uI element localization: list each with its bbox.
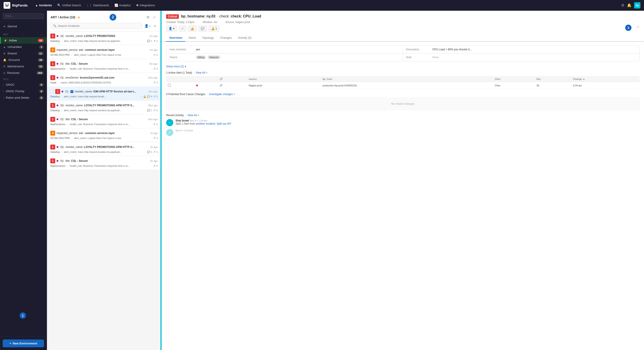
bell-icon[interactable]: 🔔	[627, 3, 632, 8]
sidebar-item-gnoc-priority[interactable]: › GNOC Priority 0	[0, 88, 47, 94]
table-row[interactable]: 🔗 Nagios-prod production-bp-prod-4245552…	[166, 82, 640, 89]
col-source: source	[247, 76, 321, 82]
nav-incidents[interactable]: ▲ Incidents	[33, 2, 54, 8]
share-icon[interactable]: ↗	[153, 150, 156, 154]
detail-toolbar: 👤 ▾ ✓ 🔔 💬 🔔 1	[166, 26, 640, 32]
shared-icon: ★	[3, 52, 6, 55]
star-icon: ★	[3, 25, 6, 28]
detail-title-row: Critical bp_hostname: ny.03 · check: che…	[166, 14, 640, 19]
list-item[interactable]: 1 T3 monitor_name: LOYALTY PROMOTIONS AP…	[47, 142, 160, 156]
sidebar-item-active[interactable]: ⚡ Active 10	[0, 37, 47, 44]
share-icon[interactable]: ↗	[153, 53, 156, 56]
bell-small-icon: 🔔	[143, 95, 146, 98]
prc-title: 0 Potential Root Cause Changes · Investi…	[166, 93, 640, 96]
comment-button[interactable]: 💬	[198, 26, 207, 32]
nav-dashboards[interactable]: ⋮⋮ Dashboards	[84, 2, 111, 8]
tab-changes[interactable]: Changes	[217, 34, 235, 42]
sidebar-item-gnoc[interactable]: › GNOC 0	[0, 82, 47, 88]
view-all-alerts-link[interactable]: View All >	[196, 71, 208, 74]
no-changes-message: No related changes	[166, 98, 640, 110]
search-incidents-input[interactable]	[58, 24, 140, 28]
share-icon[interactable]: ↗	[153, 39, 156, 43]
add-user-button[interactable]: 👤+	[144, 23, 152, 29]
assignee-button[interactable]: 👤 ▾	[166, 26, 177, 32]
source-tag: Hawk	[50, 81, 56, 84]
list-item[interactable]: 2 impacted_service: csl - common service…	[47, 45, 160, 59]
row-select-checkbox[interactable]	[168, 84, 171, 87]
activity-link[interactable]: another incident: Split via API	[196, 122, 231, 125]
snooze-button[interactable]: 🔔	[188, 26, 196, 32]
list-item[interactable]: 1 T3 monitor_name: LOYALTY PROMOTIONS AP…	[47, 101, 160, 114]
share-icon[interactable]: ↗	[153, 109, 156, 112]
list-item[interactable]: 3 impacted_service: csl - common service…	[47, 128, 160, 142]
check-icon: ✓	[140, 95, 142, 98]
list-item[interactable]: 1 T1 rl monitor_name: IOM APM HTTP Servi…	[47, 87, 160, 100]
incidents-icon: ▲	[35, 4, 38, 7]
art-menu-dots[interactable]: ···	[41, 33, 44, 36]
starred-section: ★ Starred	[0, 22, 47, 31]
tab-overview[interactable]: Overview	[166, 34, 185, 42]
investigate-link[interactable]: Investigate changes >	[209, 93, 235, 96]
sidebar-item-unhandled[interactable]: ▲ Unhandled 1	[0, 44, 47, 50]
filter-input[interactable]	[3, 13, 44, 19]
sidebar-item-resolved[interactable]: ◎ Resolved 269	[0, 70, 47, 76]
list-options-button[interactable]: ≡	[153, 23, 157, 29]
sidebar-item-maintenance[interactable]: ⚙ Maintenance 12	[0, 63, 47, 70]
incident-time: 34m ago	[148, 118, 158, 121]
tab-topology[interactable]: Topology	[199, 34, 217, 42]
tab-alerts[interactable]: Alerts	[185, 34, 199, 42]
share-icon[interactable]: ↗	[153, 123, 156, 126]
art-group-header[interactable]: ART ···	[0, 31, 47, 37]
dot-indicator	[56, 146, 58, 148]
expand-incidents-button[interactable]: ⤢	[152, 14, 157, 20]
sidebar-item-snoozed[interactable]: 🔔 Snoozed 28	[0, 57, 47, 63]
incidents-title-row: ART / Active (10) ★ 2 ⚙ ⤢	[50, 14, 157, 21]
row-checkbox[interactable]	[50, 90, 54, 93]
sidebar-item-retire[interactable]: › Retire amd Delete 0	[0, 94, 47, 101]
incident-title: title: CSL - Secure	[66, 159, 149, 162]
chevron-down-icon: ▾	[185, 65, 186, 68]
tab-activity[interactable]: Activity (5)	[235, 34, 255, 42]
list-item[interactable]: 1 T1 title: CSL - Secure 34m ago AppDyna…	[47, 115, 160, 128]
expand-detail-icon[interactable]: ⤢	[636, 25, 640, 29]
dot-indicator	[62, 91, 63, 92]
severity-badge: 1	[50, 145, 55, 150]
new-environment-button[interactable]: + New Environment	[3, 339, 44, 347]
count-badge: 1	[156, 137, 158, 139]
nav-unified-search[interactable]: 🔍 Unified Search	[55, 2, 83, 8]
share-icon[interactable]: ↗	[153, 164, 156, 167]
list-item[interactable]: 1 T1 title: CSL - Secure 8m ago AppDynam…	[47, 59, 160, 73]
list-item[interactable]: 1 T1 title: CSL - Secure 2h ago AppDynam…	[47, 156, 160, 170]
settings-incidents-button[interactable]: ⚙	[146, 14, 150, 20]
user-avatar[interactable]: bp	[634, 2, 640, 9]
sidebar-item-shared[interactable]: ★ Shared 11	[0, 50, 47, 57]
share-icon[interactable]: ↗	[153, 81, 156, 84]
gnoc-badge: 0	[39, 83, 44, 86]
favorite-star-icon[interactable]: ★	[77, 15, 80, 20]
nav-integrations[interactable]: ✱ Integrations	[134, 2, 157, 8]
starred-label: Starred	[8, 25, 44, 28]
view-all-activity-link[interactable]: View All >	[188, 114, 199, 117]
incident-title: emsServer: bcsmc2rpsreem01.ual.com	[66, 76, 147, 79]
cell-check: Chec	[493, 82, 535, 89]
share-icon[interactable]: ↗	[153, 137, 156, 140]
severity-badge: 1	[50, 75, 55, 80]
sidebar-item-starred[interactable]: ★ Starred	[0, 23, 47, 30]
notify-button[interactable]: 🔔 1	[209, 26, 220, 32]
nav-analytics[interactable]: 📈 Analytics	[112, 2, 133, 8]
share-icon[interactable]: ↗	[153, 67, 156, 70]
share-icon[interactable]: ↗	[153, 95, 156, 98]
count-badge: 1	[156, 123, 158, 126]
maintenance-badge: 12	[38, 65, 44, 68]
settings-icon[interactable]: ⚙	[621, 3, 624, 8]
dot-indicator	[56, 118, 58, 120]
t-badge: T3	[60, 146, 64, 148]
list-item[interactable]: 1 T1 emsServer: bcsmc2rpsreem01.ual.com …	[47, 73, 160, 86]
col-checkbox	[166, 76, 194, 82]
list-item[interactable]: 1 T3 monitor_name: LOYALTY PROMOTIONS 2m…	[47, 31, 160, 45]
alert-tag: health_rule: Business Transaction respon…	[70, 123, 152, 126]
show-more-link[interactable]: Show more (2) ▾	[166, 65, 640, 68]
incident-title: impacted_service: csl - common services …	[56, 48, 148, 52]
resolve-button[interactable]: ✓	[179, 26, 186, 32]
chat-badge: 💬 4	[147, 95, 152, 98]
